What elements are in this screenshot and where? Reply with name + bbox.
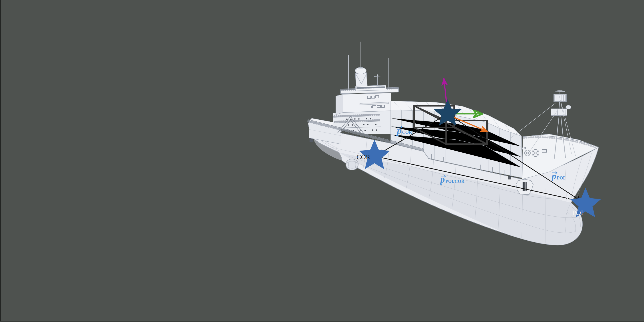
- p-cor-subscript: COR: [402, 130, 412, 135]
- cor-label: COR: [356, 153, 370, 160]
- scene: COR POI p COR p POI/COR p POI: [0, 0, 644, 322]
- origin-star: [444, 110, 451, 116]
- radar-dish: [566, 105, 571, 109]
- cor-star: [371, 152, 378, 158]
- superstructure-side: [336, 94, 343, 115]
- bottom-edge-sliver: [0, 321, 644, 322]
- ship-kinematics-diagram: COR POI p COR p POI/COR p POI: [0, 0, 644, 322]
- p-poi-cor-subscript: POI/COR: [446, 179, 464, 184]
- left-edge-sliver: [0, 0, 1, 322]
- poi-star: [582, 201, 589, 207]
- p-poi-subscript: POI: [557, 176, 565, 180]
- bridge-house-windows: [357, 87, 384, 88]
- poi-label: POI: [572, 209, 583, 216]
